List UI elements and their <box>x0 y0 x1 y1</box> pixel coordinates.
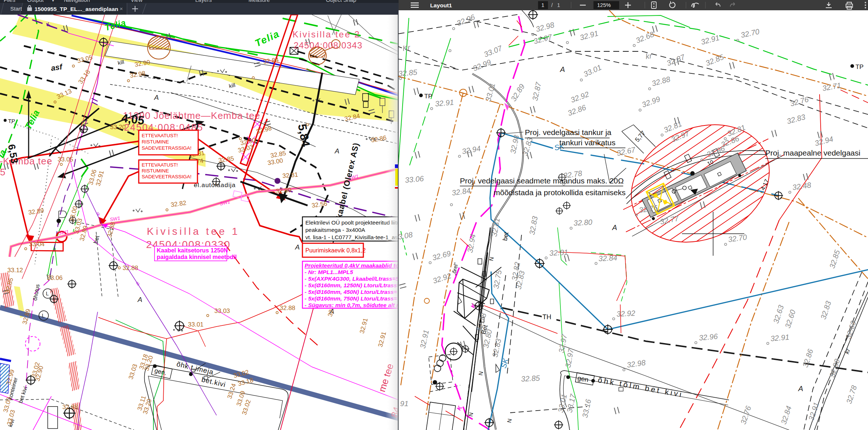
svg-text:33.18: 33.18 <box>237 376 254 387</box>
svg-text:A: A <box>334 147 339 155</box>
svg-text:asf: asf <box>50 62 63 72</box>
svg-text:32.70: 32.70 <box>727 233 748 244</box>
svg-text:32.99: 32.99 <box>641 95 661 109</box>
svg-text:Proj. vedelgaasi seadmete maan: Proj. vedelgaasi seadmete maandus maks. … <box>460 176 624 185</box>
svg-text:gen.: gen. <box>154 367 167 376</box>
svg-text:paigaldada kinnisel meetodil: paigaldada kinnisel meetodil <box>157 254 237 260</box>
svg-text:33.04: 33.04 <box>29 241 45 248</box>
svg-text:kr: kr <box>645 51 653 61</box>
svg-text:33.06: 33.06 <box>47 274 63 281</box>
svg-text:32.78: 32.78 <box>845 384 858 405</box>
svg-text:1500955_TP_EL..._asendiplaan: 1500955_TP_EL..._asendiplaan <box>34 6 118 12</box>
svg-text:kill: kill <box>228 82 236 89</box>
svg-text:33.05: 33.05 <box>76 54 93 64</box>
svg-text:32.91: 32.91 <box>418 329 430 349</box>
svg-text:N: N <box>506 418 513 423</box>
svg-text:A: A <box>560 65 565 73</box>
svg-text:32.86: 32.86 <box>567 103 588 117</box>
svg-text:peakaitsmega - 3x400A: peakaitsmega - 3x400A <box>305 227 366 233</box>
svg-text:SK: SK <box>500 357 510 369</box>
svg-text:125%: 125% <box>597 2 611 8</box>
svg-text:tankuri varikatus: tankuri varikatus <box>559 138 615 147</box>
svg-text:sk: sk <box>95 211 101 217</box>
svg-text:A: A <box>154 94 159 101</box>
svg-text:A: A <box>612 223 617 232</box>
svg-text:32.68: 32.68 <box>635 30 655 45</box>
svg-text:bet: bet <box>501 232 510 241</box>
svg-text:õhutus: õhutus <box>32 284 41 301</box>
svg-text:32.92: 32.92 <box>570 90 591 104</box>
svg-text:32.76: 32.76 <box>789 95 810 108</box>
svg-text:Projekteeritud 0,4kV maakaabli: Projekteeritud 0,4kV maakaablid torus <box>305 262 399 269</box>
svg-text:32.77: 32.77 <box>659 214 680 226</box>
svg-text:32.94: 32.94 <box>461 144 482 156</box>
svg-text:Start: Start <box>10 6 22 12</box>
svg-text:32.60: 32.60 <box>783 309 797 329</box>
svg-text:Puurimiskaevik 0,8x1,2: Puurimiskaevik 0,8x1,2 <box>305 247 366 254</box>
svg-text:Telia: Telia <box>253 28 282 49</box>
svg-text:õhk tõlm bet kivi: õhk tõlm bet kivi <box>597 375 684 399</box>
svg-text:33.01: 33.01 <box>582 63 603 79</box>
svg-text:33.06: 33.06 <box>404 174 424 184</box>
svg-text:32.87: 32.87 <box>530 81 542 102</box>
svg-text:32.69: 32.69 <box>844 320 858 340</box>
svg-text:32.84: 32.84 <box>598 253 617 263</box>
svg-text:33.16: 33.16 <box>77 69 92 85</box>
svg-text:32.83: 32.83 <box>490 338 502 358</box>
svg-text:32.89: 32.89 <box>28 207 44 216</box>
svg-text:- Sügavus: min 0,7m, sõidutee: - Sügavus: min 0,7m, sõidutee alt min <box>305 302 399 308</box>
svg-text:32.92: 32.92 <box>616 309 636 318</box>
svg-text:32.89: 32.89 <box>509 82 526 103</box>
svg-text:N: N <box>467 412 474 417</box>
svg-text:32.88: 32.88 <box>651 74 671 88</box>
svg-text:32.86: 32.86 <box>801 348 815 368</box>
svg-text:32.98: 32.98 <box>129 70 146 79</box>
svg-text:33.07: 33.07 <box>483 44 504 59</box>
svg-text:32.81: 32.81 <box>282 171 298 179</box>
svg-text:32.88: 32.88 <box>123 265 138 272</box>
svg-text:32.84: 32.84 <box>451 186 471 197</box>
svg-text:- 5x(AXPK4G300, Lkaabel/Ltrass: - 5x(AXPK4G300, Lkaabel/Ltrass=54/48m) <box>305 276 399 282</box>
svg-text:32.98: 32.98 <box>535 20 555 33</box>
svg-text:×: × <box>120 6 123 12</box>
svg-text:32.71: 32.71 <box>822 81 842 92</box>
svg-text:32.70: 32.70 <box>740 27 760 39</box>
svg-text:/: / <box>551 2 553 8</box>
svg-text:33.03: 33.03 <box>127 363 139 380</box>
svg-text:32.82: 32.82 <box>170 199 187 208</box>
svg-text:33.24: 33.24 <box>226 383 237 400</box>
svg-text:N: N <box>477 371 484 376</box>
svg-text:mõõdistada ja protokollida esi: mõõdistada ja protokollida esitamiseks <box>494 188 626 197</box>
svg-text:32.85: 32.85 <box>828 249 842 269</box>
svg-text:Proj. vedelgaasi tankur ja: Proj. vedelgaasi tankur ja <box>525 128 611 136</box>
svg-text:TH: TH <box>542 313 551 321</box>
svg-text:- 5x(Ø160mm, 450N) Ltoru/Ltras: - 5x(Ø160mm, 450N) Ltoru/Ltrass= 18/14, <box>305 289 399 295</box>
svg-text:A: A <box>137 296 142 303</box>
svg-text:- 5x(Ø160mm, 750N) Ltoru/Ltras: - 5x(Ø160mm, 750N) Ltoru/Ltrass= 6/2,2m <box>305 295 399 302</box>
svg-text:Proj. maapealne vedelgaasi: Proj. maapealne vedelgaasi <box>765 149 860 157</box>
svg-text:32.85: 32.85 <box>399 68 418 78</box>
svg-text:32.98: 32.98 <box>626 358 646 369</box>
svg-text:32.91: 32.91 <box>770 333 789 343</box>
svg-text:TP: TP <box>856 63 864 70</box>
svg-text:Kr: Kr <box>402 43 411 52</box>
svg-text:32.97: 32.97 <box>533 32 553 45</box>
svg-text:32.83: 32.83 <box>527 215 539 236</box>
svg-text:SADEVEETRASSIGA!: SADEVEETRASSIGA! <box>142 145 192 151</box>
svg-text:32.98: 32.98 <box>255 124 272 135</box>
svg-text:K: K <box>456 404 464 412</box>
svg-text:33.00: 33.00 <box>267 157 283 167</box>
svg-text:32.48: 32.48 <box>792 181 812 192</box>
svg-text:TP: TP <box>424 93 432 100</box>
svg-text:32.75: 32.75 <box>491 269 503 289</box>
svg-text:SADEVEETRASSIGA!: SADEVEETRASSIGA! <box>142 174 192 179</box>
svg-text:1: 1 <box>541 2 544 8</box>
svg-text:33.01: 33.01 <box>484 82 497 103</box>
svg-text:Layout1: Layout1 <box>430 2 452 8</box>
svg-text:91: 91 <box>400 399 408 408</box>
svg-text:A: A <box>295 243 300 251</box>
svg-text:- 5x(Ø160mm, 1250N) Ltoru/Ltra: - 5x(Ø160mm, 1250N) Ltoru/Ltrass= 36/32 <box>305 282 399 288</box>
svg-text:32.67: 32.67 <box>616 145 637 157</box>
svg-text:gen: gen <box>577 374 589 383</box>
svg-text:33.20: 33.20 <box>110 124 126 131</box>
